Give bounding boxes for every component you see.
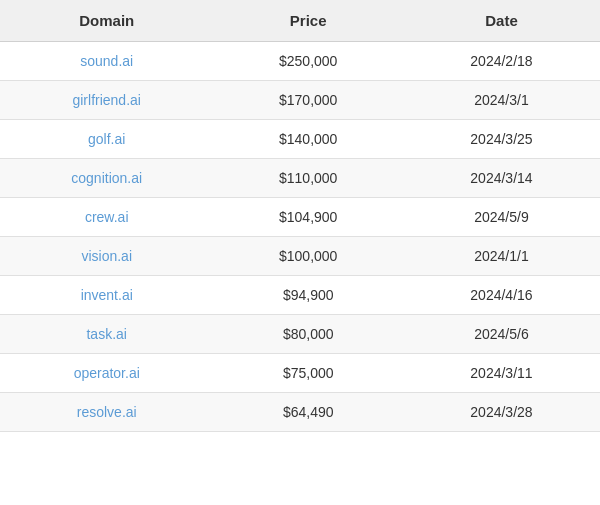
cell-domain[interactable]: cognition.ai — [0, 159, 213, 198]
cell-date: 2024/1/1 — [403, 237, 600, 276]
cell-domain[interactable]: vision.ai — [0, 237, 213, 276]
cell-price: $104,900 — [213, 198, 403, 237]
cell-date: 2024/3/1 — [403, 81, 600, 120]
cell-date: 2024/4/16 — [403, 276, 600, 315]
cell-date: 2024/3/11 — [403, 354, 600, 393]
table-row: vision.ai$100,0002024/1/1 — [0, 237, 600, 276]
header-date: Date — [403, 0, 600, 42]
cell-domain[interactable]: girlfriend.ai — [0, 81, 213, 120]
cell-price: $170,000 — [213, 81, 403, 120]
cell-domain[interactable]: invent.ai — [0, 276, 213, 315]
header-domain: Domain — [0, 0, 213, 42]
cell-date: 2024/3/14 — [403, 159, 600, 198]
table-container: Domain Price Date sound.ai$250,0002024/2… — [0, 0, 600, 432]
domain-price-table: Domain Price Date sound.ai$250,0002024/2… — [0, 0, 600, 432]
cell-domain[interactable]: crew.ai — [0, 198, 213, 237]
table-row: crew.ai$104,9002024/5/9 — [0, 198, 600, 237]
table-row: girlfriend.ai$170,0002024/3/1 — [0, 81, 600, 120]
cell-price: $64,490 — [213, 393, 403, 432]
cell-domain[interactable]: golf.ai — [0, 120, 213, 159]
cell-domain[interactable]: task.ai — [0, 315, 213, 354]
cell-price: $250,000 — [213, 42, 403, 81]
cell-domain[interactable]: operator.ai — [0, 354, 213, 393]
cell-price: $80,000 — [213, 315, 403, 354]
table-row: operator.ai$75,0002024/3/11 — [0, 354, 600, 393]
cell-date: 2024/2/18 — [403, 42, 600, 81]
table-row: task.ai$80,0002024/5/6 — [0, 315, 600, 354]
table-row: golf.ai$140,0002024/3/25 — [0, 120, 600, 159]
table-row: invent.ai$94,9002024/4/16 — [0, 276, 600, 315]
cell-date: 2024/5/6 — [403, 315, 600, 354]
cell-date: 2024/5/9 — [403, 198, 600, 237]
cell-domain[interactable]: sound.ai — [0, 42, 213, 81]
cell-price: $110,000 — [213, 159, 403, 198]
cell-price: $100,000 — [213, 237, 403, 276]
table-row: resolve.ai$64,4902024/3/28 — [0, 393, 600, 432]
header-price: Price — [213, 0, 403, 42]
cell-price: $140,000 — [213, 120, 403, 159]
cell-price: $75,000 — [213, 354, 403, 393]
cell-price: $94,900 — [213, 276, 403, 315]
cell-date: 2024/3/28 — [403, 393, 600, 432]
cell-domain[interactable]: resolve.ai — [0, 393, 213, 432]
table-row: sound.ai$250,0002024/2/18 — [0, 42, 600, 81]
table-header-row: Domain Price Date — [0, 0, 600, 42]
table-row: cognition.ai$110,0002024/3/14 — [0, 159, 600, 198]
cell-date: 2024/3/25 — [403, 120, 600, 159]
